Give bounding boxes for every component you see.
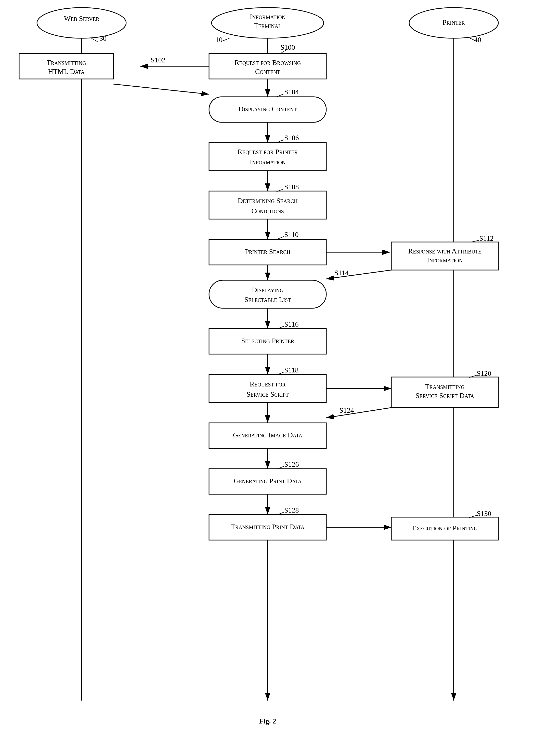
- figure-label: Fig. 2: [259, 717, 276, 725]
- svg-text:30: 30: [99, 34, 106, 42]
- svg-rect-35: [209, 191, 326, 219]
- svg-text:Terminal: Terminal: [254, 22, 281, 30]
- svg-text:10: 10: [215, 36, 223, 44]
- svg-text:Information: Information: [427, 256, 463, 264]
- svg-text:Response with Attribute: Response with Attribute: [408, 247, 482, 255]
- svg-text:S112: S112: [479, 234, 494, 242]
- svg-text:Service Script Data: Service Script Data: [415, 392, 474, 399]
- svg-text:Information: Information: [250, 13, 285, 21]
- svg-text:Displaying Content: Displaying Content: [238, 105, 297, 113]
- svg-text:Content: Content: [255, 67, 280, 75]
- svg-text:Execution of Printing: Execution of Printing: [412, 524, 478, 532]
- svg-line-68: [326, 408, 391, 418]
- svg-text:HTML Data: HTML Data: [48, 67, 85, 75]
- svg-text:S130: S130: [477, 509, 492, 517]
- svg-text:S126: S126: [284, 460, 299, 468]
- svg-text:S106: S106: [284, 134, 299, 142]
- svg-text:Selectable List: Selectable List: [244, 296, 291, 303]
- svg-point-5: [37, 8, 126, 38]
- svg-text:S110: S110: [284, 231, 299, 239]
- svg-rect-59: [209, 374, 326, 402]
- svg-text:Generating Image Data: Generating Image Data: [233, 431, 303, 439]
- svg-rect-30: [209, 143, 326, 171]
- svg-text:40: 40: [474, 36, 481, 44]
- svg-text:Information: Information: [250, 158, 285, 166]
- svg-text:Displaying: Displaying: [252, 286, 283, 294]
- svg-text:Request for: Request for: [250, 380, 286, 388]
- svg-text:Printer Search: Printer Search: [245, 248, 290, 256]
- svg-text:Generating Print Data: Generating Print Data: [234, 477, 302, 485]
- diagram-container: Web Server 30 Information Terminal 10 S1…: [0, 0, 560, 738]
- svg-text:Transmitting: Transmitting: [47, 59, 86, 66]
- svg-text:Conditions: Conditions: [251, 207, 284, 215]
- svg-text:S102: S102: [151, 56, 166, 64]
- svg-text:S116: S116: [284, 320, 299, 328]
- svg-text:Web Server: Web Server: [64, 15, 99, 22]
- svg-text:S118: S118: [284, 366, 299, 374]
- svg-rect-51: [209, 280, 326, 308]
- svg-text:S104: S104: [284, 88, 299, 96]
- svg-text:Determining Search: Determining Search: [238, 197, 298, 205]
- svg-text:Selecting Printer: Selecting Printer: [241, 337, 294, 345]
- svg-line-25: [113, 84, 209, 94]
- svg-text:Request for Browsing: Request for Browsing: [235, 59, 301, 66]
- svg-text:S108: S108: [284, 183, 299, 191]
- svg-text:Transmitting Print Data: Transmitting Print Data: [231, 523, 305, 530]
- svg-text:Printer: Printer: [443, 18, 465, 26]
- svg-text:Transmitting: Transmitting: [425, 383, 465, 391]
- svg-text:Service Script: Service Script: [247, 390, 289, 398]
- svg-text:S114: S114: [334, 269, 349, 277]
- svg-text:S128: S128: [284, 506, 299, 514]
- svg-text:S100: S100: [280, 43, 295, 51]
- svg-text:S124: S124: [339, 406, 354, 414]
- svg-text:Request for Printer: Request for Printer: [238, 148, 298, 156]
- svg-text:S120: S120: [477, 369, 492, 377]
